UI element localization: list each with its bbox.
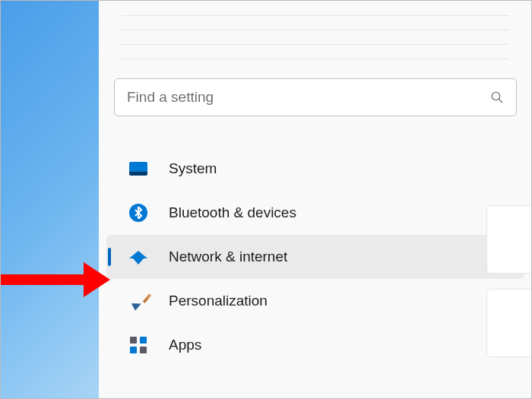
settings-nav-list: System Bluetooth & devices Network & int… bbox=[99, 139, 532, 367]
sidebar-item-personalization[interactable]: Personalization bbox=[106, 279, 524, 323]
system-icon bbox=[128, 158, 149, 179]
search-box[interactable] bbox=[114, 78, 517, 116]
separator-line bbox=[122, 44, 509, 45]
sidebar-item-label: System bbox=[169, 160, 217, 177]
separator-line bbox=[122, 59, 509, 59]
sidebar-item-bluetooth-devices[interactable]: Bluetooth & devices bbox=[106, 191, 524, 235]
brush-icon bbox=[128, 290, 149, 312]
sidebar-item-network-internet[interactable]: Network & internet bbox=[106, 235, 524, 279]
sidebar-item-apps[interactable]: Apps bbox=[106, 323, 524, 367]
sidebar-item-system[interactable]: System bbox=[106, 147, 524, 191]
sidebar-item-label: Apps bbox=[169, 337, 201, 353]
annotation-arrow bbox=[0, 262, 110, 297]
content-tile[interactable] bbox=[486, 289, 532, 357]
separator-line bbox=[122, 15, 509, 16]
svg-point-0 bbox=[492, 92, 500, 100]
nav-separators-top bbox=[99, 0, 532, 59]
search-input[interactable] bbox=[127, 89, 490, 106]
arrow-shaft bbox=[0, 274, 87, 285]
bluetooth-icon bbox=[128, 202, 149, 223]
sidebar-item-label: Personalization bbox=[169, 293, 268, 309]
content-tile[interactable] bbox=[486, 205, 532, 274]
wifi-icon bbox=[128, 246, 149, 268]
arrow-head-icon bbox=[84, 262, 110, 297]
sidebar-item-label: Network & internet bbox=[169, 249, 287, 265]
sidebar-item-label: Bluetooth & devices bbox=[169, 204, 296, 221]
search-icon bbox=[490, 90, 504, 104]
apps-icon bbox=[128, 334, 149, 356]
content-panel-edge bbox=[486, 205, 532, 372]
separator-line bbox=[122, 30, 509, 30]
desktop-background bbox=[0, 0, 99, 399]
settings-window: System Bluetooth & devices Network & int… bbox=[99, 0, 532, 399]
svg-line-1 bbox=[499, 100, 502, 103]
